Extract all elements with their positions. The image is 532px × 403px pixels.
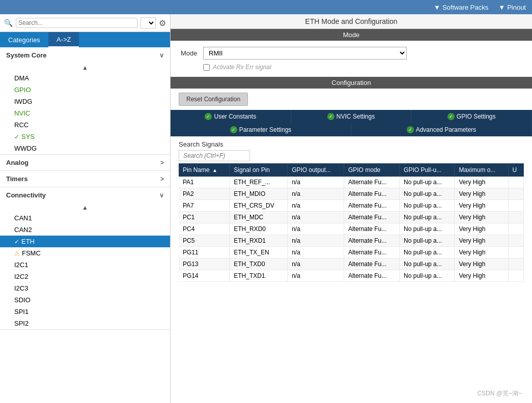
tab-advanced-parameters[interactable]: ✓ Advanced Parameters [351, 123, 532, 136]
sidebar-item-spi1[interactable]: SPI1 [0, 306, 170, 318]
cell-pin-2: PA7 [179, 200, 230, 212]
cell-max-output-3: Very High [455, 212, 508, 223]
table-row: PA2 ETH_MDIO n/a Alternate Fu... No pull… [179, 188, 524, 200]
scroll-up-arrow-conn[interactable]: ▲ [0, 203, 170, 212]
cell-signal-0: ETH_REF_... [230, 177, 288, 188]
search-dropdown[interactable] [141, 17, 156, 28]
tab-az[interactable]: A->Z [48, 32, 79, 47]
tab-user-constants[interactable]: ✓ User Constants [171, 110, 291, 123]
cell-u-2 [508, 200, 523, 212]
search-signals-input[interactable] [179, 150, 250, 161]
chevron-right-icon-timers: > [160, 176, 164, 183]
cell-max-output-8: Very High [455, 270, 508, 282]
table-row: PA1 ETH_REF_... n/a Alternate Fu... No p… [179, 177, 524, 188]
sidebar-item-i2c1[interactable]: I2C1 [0, 259, 170, 271]
content-title: ETH Mode and Configuration [171, 14, 532, 29]
sidebar-item-can1[interactable]: CAN1 [0, 212, 170, 224]
sidebar-item-dma[interactable]: DMA [0, 72, 170, 84]
cell-gpio-out-5: n/a [288, 235, 344, 247]
table-row: PC5 ETH_RXD1 n/a Alternate Fu... No pull… [179, 235, 524, 247]
sidebar-item-nvic[interactable]: NVIC [0, 107, 170, 119]
scroll-up-arrow[interactable]: ▲ [0, 63, 170, 72]
connectivity-items: ▲ CAN1 CAN2 ✓ ETH ⚠ FSMC [0, 203, 170, 329]
reset-config-bar: Reset Configuration [171, 89, 532, 110]
section-analog-header[interactable]: Analog > [0, 155, 170, 170]
sidebar-item-sys[interactable]: ✓ SYS [0, 131, 170, 142]
sidebar-item-gpio[interactable]: GPIO [0, 84, 170, 96]
tab-parameter-settings[interactable]: ✓ Parameter Settings [171, 123, 351, 136]
cell-gpio-out-7: n/a [288, 258, 344, 270]
sidebar-item-rcc[interactable]: RCC [0, 119, 170, 131]
cell-gpio-pull-4: No pull-up a... [400, 223, 455, 235]
mode-select[interactable]: RMII Disable MII [203, 47, 407, 60]
cell-max-output-6: Very High [455, 247, 508, 258]
sidebar-item-fsmc[interactable]: ⚠ FSMC [0, 247, 170, 259]
sidebar-item-iwdg[interactable]: IWDG [0, 96, 170, 107]
section-connectivity-header[interactable]: Connectivity ∨ [0, 187, 170, 203]
section-timers-header[interactable]: Timers > [0, 171, 170, 187]
tab-gpio-settings[interactable]: ✓ GPIO Settings [411, 110, 532, 123]
activate-rx-err-label: Activate Rx Err signal [213, 64, 271, 71]
sidebar-item-i2c3[interactable]: I2C3 [0, 282, 170, 294]
software-packs-label: Software Packs [442, 4, 488, 11]
pinout-menu[interactable]: ▼ Pinout [498, 4, 526, 11]
tab-circle-nvic: ✓ [327, 113, 334, 120]
col-gpio-pull[interactable]: GPIO Pull-u... [400, 163, 455, 177]
cell-signal-4: ETH_RXD0 [230, 223, 288, 235]
sidebar-item-eth[interactable]: ✓ ETH [0, 236, 170, 247]
mode-section-header: Mode [171, 29, 532, 41]
warn-mark-fsmc: ⚠ [14, 250, 20, 257]
sidebar-item-sdio[interactable]: SDIO [0, 294, 170, 306]
sidebar-item-wwdg[interactable]: WWDG [0, 142, 170, 154]
cell-gpio-out-1: n/a [288, 188, 344, 200]
col-gpio-output[interactable]: GPIO output... [288, 163, 344, 177]
tab-nvic-settings[interactable]: ✓ NVIC Settings [291, 110, 412, 123]
tab-circle-gpio: ✓ [447, 113, 455, 120]
sidebar-item-spi2[interactable]: SPI2 [0, 318, 170, 329]
cell-max-output-4: Very High [455, 223, 508, 235]
sidebar-item-i2c2[interactable]: I2C2 [0, 271, 170, 282]
section-system-core-header[interactable]: System Core ∨ [0, 47, 170, 63]
cell-gpio-mode-0: Alternate Fu... [344, 177, 399, 188]
cell-gpio-mode-4: Alternate Fu... [344, 223, 399, 235]
cell-signal-2: ETH_CRS_DV [230, 200, 288, 212]
cell-max-output-7: Very High [455, 258, 508, 270]
cell-pin-3: PC1 [179, 212, 230, 223]
cell-max-output-5: Very High [455, 235, 508, 247]
col-max-output[interactable]: Maximum o... [455, 163, 508, 177]
cell-gpio-pull-2: No pull-up a... [400, 200, 455, 212]
table-row: PG11 ETH_TX_EN n/a Alternate Fu... No pu… [179, 247, 524, 258]
cell-max-output-2: Very High [455, 200, 508, 212]
chevron-down-icon-system-core: ∨ [159, 52, 164, 59]
col-gpio-mode[interactable]: GPIO mode [344, 163, 399, 177]
col-u[interactable]: U [508, 163, 523, 177]
system-core-items: ▲ DMA GPIO IWDG NVIC RCC [0, 63, 170, 154]
cell-u-8 [508, 270, 523, 282]
search-signals-label: Search Signals [179, 140, 524, 148]
mode-section: Mode RMII Disable MII Activate Rx Err si… [171, 41, 532, 77]
col-pin-name[interactable]: Pin Name ▲ [179, 163, 230, 177]
activate-rx-err-checkbox[interactable] [203, 64, 210, 71]
tab-circle-user-constants: ✓ [205, 113, 212, 120]
reset-config-button[interactable]: Reset Configuration [179, 93, 248, 106]
cell-gpio-pull-7: No pull-up a... [400, 258, 455, 270]
tab-categories[interactable]: Categories [0, 32, 48, 47]
software-packs-menu[interactable]: ▼ Software Packs [434, 4, 488, 11]
col-signal-on-pin[interactable]: Signal on Pin [230, 163, 288, 177]
table-header-row: Pin Name ▲ Signal on Pin GPIO output... … [179, 163, 524, 177]
cell-signal-8: ETH_TXD1 [230, 270, 288, 282]
table-row: PC4 ETH_RXD0 n/a Alternate Fu... No pull… [179, 223, 524, 235]
gear-icon[interactable]: ⚙ [159, 18, 166, 28]
cell-gpio-out-8: n/a [288, 270, 344, 282]
cell-signal-1: ETH_MDIO [230, 188, 288, 200]
table-row: PG14 ETH_TXD1 n/a Alternate Fu... No pul… [179, 270, 524, 282]
config-section-header: Configuration [171, 77, 532, 89]
tab-circle-param: ✓ [230, 126, 237, 133]
search-input[interactable] [16, 18, 137, 28]
cell-gpio-mode-8: Alternate Fu... [344, 270, 399, 282]
pinout-label: Pinout [507, 4, 526, 11]
cell-pin-5: PC5 [179, 235, 230, 247]
sort-arrow-pin: ▲ [212, 167, 217, 173]
main-container: 🔍 ⚙ Categories A->Z System Core ∨ [0, 14, 532, 403]
sidebar-item-can2[interactable]: CAN2 [0, 224, 170, 236]
